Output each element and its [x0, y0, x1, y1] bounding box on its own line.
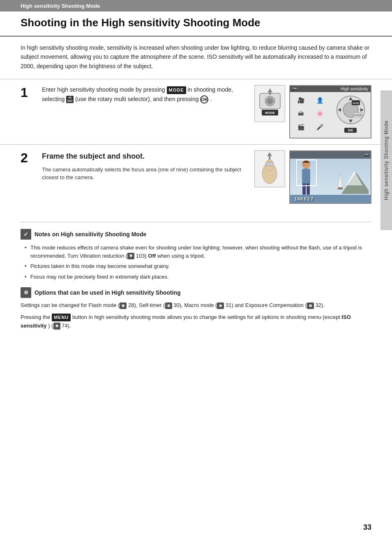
header-text: High sensitivity Shooting Mode	[21, 3, 100, 9]
step-2-sub-text: The camera automatically selects the foc…	[42, 166, 246, 182]
ref-28: 🔲	[120, 302, 127, 309]
step-1-camera-screen: 📷 High sensitivity 🎥 👤 🏔 🌸 🎬 🎤	[289, 85, 371, 138]
note-item-2: Pictures taken in this mode may become s…	[25, 262, 371, 270]
options-icon: ⚙	[21, 287, 31, 298]
step-1-text: Enter high sensitivity shooting mode by …	[42, 85, 246, 104]
step-1-text-end: .	[210, 96, 212, 102]
svg-text:SCENE: SCENE	[354, 114, 362, 116]
mountain-scene-svg	[334, 165, 369, 196]
svg-marker-25	[338, 173, 343, 187]
icon-macro: 🌸	[311, 107, 329, 120]
hi-iso-badge: HiISO	[66, 96, 74, 103]
step-1-text-before: Enter high sensitivity shooting mode by …	[42, 86, 167, 93]
svg-rect-6	[269, 92, 271, 95]
svg-marker-19	[267, 152, 272, 156]
focus-bracket	[296, 159, 317, 186]
mode-button-svg: MODE	[258, 87, 282, 120]
ref-31: 🔲	[217, 302, 224, 309]
rotary-dial-svg: Hi ISO SCENE	[335, 95, 366, 125]
notes-section: ✓ Notes on High sensitivity Shooting Mod…	[21, 222, 371, 281]
options-text-1: Settings can be changed for Flash mode (…	[21, 301, 371, 310]
shutter-speed: 1/60	[294, 196, 303, 201]
scene-inner: 📷 1/60 F2.7	[290, 151, 371, 203]
svg-point-2	[267, 98, 273, 104]
step-2-shutter-diagram	[254, 150, 285, 187]
page-number: 33	[363, 523, 371, 532]
options-text-2-before: Pressing the	[21, 314, 52, 320]
step-2-title: Frame the subject and shoot.	[42, 152, 145, 160]
step-2-main-text: Frame the subject and shoot.	[42, 150, 246, 162]
mode-icons-grid: 🎥 👤 🏔 🌸 🎬 🎤	[290, 92, 330, 135]
ok-badge: OK	[200, 95, 208, 104]
intro-text: In high sensitivity shooting mode, sensi…	[21, 43, 371, 71]
page-title-section: Shooting in the High sensitivity Shootin…	[0, 12, 392, 37]
icon-landscape: 🏔	[292, 107, 310, 120]
ref-icon-1: 🔲	[127, 253, 134, 259]
page-wrapper: High sensitivity Shooting Mode Shooting …	[0, 0, 392, 540]
step-2-number: 2	[21, 150, 34, 164]
shutter-svg	[256, 151, 283, 187]
screen-body: 🎥 👤 🏔 🌸 🎬 🎤	[290, 92, 371, 135]
options-section: ⚙ Options that can be used in High sensi…	[21, 287, 371, 330]
notes-icon: ✓	[21, 229, 31, 240]
scene-status: 1/60 F2.7	[294, 196, 314, 201]
svg-marker-5	[267, 88, 272, 92]
ref-30: 🔲	[165, 302, 172, 309]
step-1-text-after: (use the rotary multi selector), and the…	[75, 96, 200, 102]
icon-auto: 🎥	[292, 94, 310, 106]
note-text-3: Focus may not be precisely fixed in extr…	[30, 274, 169, 280]
svg-rect-24	[338, 187, 343, 189]
icon-mic: 🎤	[311, 121, 329, 134]
svg-point-21	[265, 162, 274, 166]
scene-icon: 📷	[364, 153, 369, 157]
step-1-button-diagram: MODE	[254, 85, 285, 122]
side-tab-text: High sensitivity Shooting Mode	[383, 120, 389, 200]
options-text-2: Pressing the MENU button in high sensiti…	[21, 313, 371, 330]
screen-icon: 📷	[293, 87, 297, 91]
ref-32: 🔲	[307, 302, 314, 309]
mode-badge: MODE	[167, 86, 186, 95]
ref-74: 🔲	[53, 323, 60, 329]
side-tab: High sensitivity Shooting Mode	[380, 90, 392, 230]
aperture-value: F2.7	[304, 196, 313, 201]
options-title: ⚙ Options that can be used in High sensi…	[21, 287, 371, 298]
notes-list: This mode reduces effects of camera shak…	[21, 244, 371, 281]
screen-right: Hi ISO SCENE OK	[330, 92, 371, 135]
note-item-1: This mode reduces effects of camera shak…	[25, 244, 371, 260]
step-2-content: Frame the subject and shoot. The camera …	[42, 150, 246, 182]
options-text-2-end: ) (🔲 74).	[48, 323, 71, 329]
step-2-images: 📷 1/60 F2.7	[254, 150, 371, 204]
note-item-3: Focus may not be precisely fixed in extr…	[25, 273, 371, 281]
notes-title: ✓ Notes on High sensitivity Shooting Mod…	[21, 229, 371, 240]
ok-label: OK	[344, 128, 357, 133]
icon-video: 🎬	[292, 121, 310, 134]
step-1-content: Enter high sensitivity shooting mode by …	[42, 85, 246, 107]
page-title: Shooting in the High sensitivity Shootin…	[21, 16, 371, 29]
step-1-images: MODE 📷 High sensitivity 🎥 👤 �	[254, 85, 371, 138]
page-header: High sensitivity Shooting Mode	[0, 0, 392, 12]
screen-header: 📷 High sensitivity	[290, 86, 371, 92]
svg-text:MODE: MODE	[265, 111, 275, 115]
menu-badge: MENU	[52, 314, 71, 322]
intro-paragraph: In high sensitivity shooting mode, sensi…	[0, 43, 392, 71]
scene-overlay: 📷	[290, 151, 371, 159]
options-text-2-after: button in high sensitivity shooting mode…	[72, 314, 341, 320]
icon-portrait: 👤	[311, 94, 329, 106]
svg-rect-20	[269, 156, 270, 159]
note-text-2: Pictures taken in this mode may become s…	[30, 263, 170, 269]
step-2-section: 2 Frame the subject and shoot. The camer…	[0, 144, 392, 210]
step-1-number: 1	[21, 85, 34, 99]
screen-title: High sensitivity	[341, 87, 368, 91]
svg-text:Hi ISO: Hi ISO	[353, 102, 359, 104]
step-2-scene-viewer: 📷 1/60 F2.7	[289, 150, 371, 204]
notes-title-text: Notes on High sensitivity Shooting Mode	[35, 231, 146, 238]
step-1-section: 1 Enter high sensitivity shooting mode b…	[0, 79, 392, 144]
options-title-text: Options that can be used in High sensiti…	[35, 289, 180, 296]
